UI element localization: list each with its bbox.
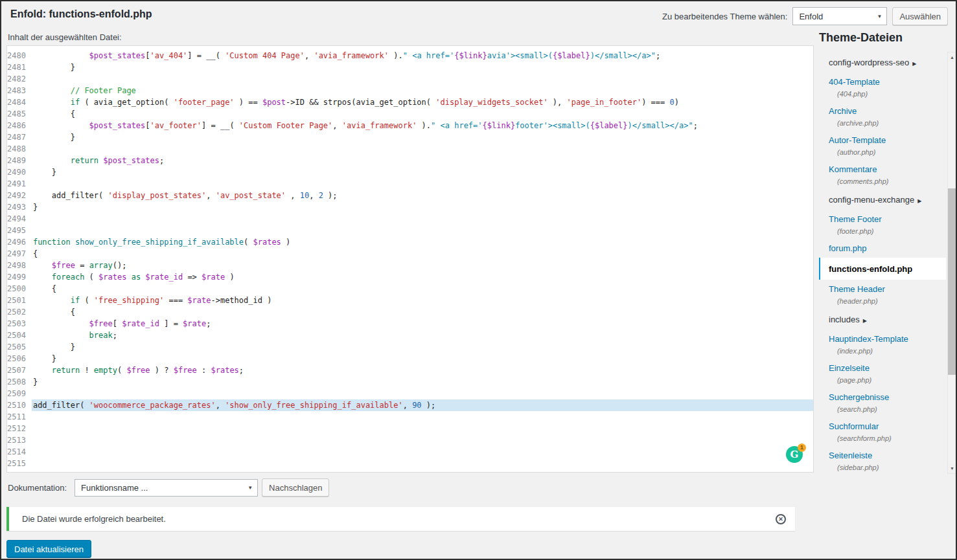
sidebar-item-theme-footer[interactable]: Theme Footer(footer.php) [819,210,946,239]
theme-files-sidebar: Theme-Dateien config-wordpress-seo▶404-T… [819,31,957,482]
sidebar-item-suchergebnisse[interactable]: Suchergebnisse(search.php) [819,388,946,417]
theme-file-label[interactable]: Hauptindex-Template [829,334,908,344]
code-line: 2515 [7,458,813,469]
line-number: 2495 [7,225,32,236]
theme-select-label: Zu bearbeitendes Theme wählen: [662,12,787,21]
theme-file-label[interactable]: config-menu-exchange [829,195,914,205]
code-line: 2501 if ( 'free_shipping' === $rate->met… [7,295,813,306]
line-number: 2489 [7,155,32,166]
sidebar-item-theme-header[interactable]: Theme Header(header.php) [819,280,946,309]
code-line: 2491 [7,178,813,190]
line-number: 2505 [7,341,32,353]
code-line: 2512 [7,423,813,434]
code-line: 2485 { [7,108,813,120]
code-line: 2495 [7,225,813,236]
line-number: 2487 [7,131,32,143]
code-line: 2496function show_only_free_shipping_if_… [7,236,813,248]
theme-file-label[interactable]: config-wordpress-seo [829,58,909,67]
theme-select-value: Enfold [799,12,823,21]
sidebar-item-includes[interactable]: includes▶ [819,309,946,330]
theme-file-filename: (404.php) [829,90,946,98]
line-number: 2490 [7,166,32,178]
sidebar-item-suchformular[interactable]: Suchformular(searchform.php) [819,417,946,446]
theme-file-label[interactable]: includes [829,315,860,324]
theme-file-label[interactable]: Autor-Template [829,135,886,145]
code-line: 2513 [7,434,813,446]
line-number: 2506 [7,353,32,364]
dismiss-notice-icon[interactable]: ✕ [776,514,786,524]
code-line: 2487 } [7,131,813,143]
code-line: 2492 add_filter( 'display_post_states', … [7,190,813,201]
theme-file-filename: (author.php) [829,148,946,156]
line-number: 2500 [7,283,32,295]
theme-file-label[interactable]: Theme Footer [829,214,882,224]
code-editor[interactable]: 2480 $post_states['av_404'] = __( 'Custo… [6,45,814,473]
theme-file-label[interactable]: 404-Template [829,77,880,87]
theme-file-filename: (archive.php) [829,119,946,127]
sidebar-item-single-portfolio-php[interactable]: single-portfolio.php [819,475,946,476]
code-line: 2514 [7,446,813,458]
notice-message: Die Datei wurde erfolgreich bearbeitet. [22,514,776,524]
code-line: 2506 } [7,353,813,364]
code-line: 2489 return $post_states; [7,155,813,166]
line-number: 2488 [7,143,32,155]
sidebar-item-seitenleiste[interactable]: Seitenleiste(sidebar.php) [819,446,946,475]
line-number: 2483 [7,85,32,96]
scrollbar-thumb[interactable] [948,188,956,375]
sidebar-scrollbar[interactable]: ▲ ▼ [947,52,957,474]
sidebar-item-config-wordpress-seo[interactable]: config-wordpress-seo▶ [819,52,946,73]
sidebar-item-404-template[interactable]: 404-Template(404.php) [819,73,946,102]
sidebar-item-functions-enfold-php[interactable]: functions-enfold.php [819,258,946,280]
line-number: 2507 [7,364,32,376]
theme-file-label[interactable]: forum.php [829,243,867,253]
code-line: 2507 return ! empty( $free ) ? $free : $… [7,364,813,376]
line-number: 2484 [7,96,32,108]
line-number: 2510 [7,399,32,411]
grammarly-icon[interactable]: G 1 [786,446,803,463]
lookup-button[interactable]: Nachschlagen [262,478,329,497]
line-number: 2514 [7,446,32,458]
code-line: 2488 [7,143,813,155]
line-number: 2485 [7,108,32,120]
sidebar-item-config-menu-exchange[interactable]: config-menu-exchange▶ [819,189,946,210]
chevron-down-icon: ▼ [248,485,253,491]
line-number: 2503 [7,318,32,330]
theme-file-label[interactable]: Theme Header [829,284,885,294]
theme-file-label[interactable]: Einzelseite [829,363,870,373]
theme-file-filename: (header.php) [829,297,946,305]
line-number: 2498 [7,260,32,271]
code-line: 2498 $free = array(); [7,260,813,271]
line-number: 2515 [7,458,32,469]
theme-file-filename: (sidebar.php) [829,464,946,471]
sidebar-item-archive[interactable]: Archive(archive.php) [819,102,946,131]
folder-arrow-icon: ▶ [863,318,867,324]
theme-file-label[interactable]: Suchergebnisse [829,392,889,402]
file-content-label: Inhalt der ausgewählten Datei: [8,32,122,42]
code-lines: 2480 $post_states['av_404'] = __( 'Custo… [7,46,813,469]
sidebar-item-forum-php[interactable]: forum.php [819,239,946,258]
line-number: 2509 [7,388,32,399]
theme-file-label[interactable]: functions-enfold.php [829,264,912,274]
theme-select[interactable]: Enfold ▼ [792,7,887,25]
line-number: 2480 [7,50,32,62]
sidebar-item-kommentare[interactable]: Kommentare(comments.php) [819,160,946,189]
theme-file-label[interactable]: Kommentare [829,164,877,174]
code-line: 2484 if ( avia_get_option( 'footer_page'… [7,96,813,108]
theme-file-label[interactable]: Archive [829,106,857,116]
sidebar-item-hauptindex-template[interactable]: Hauptindex-Template(index.php) [819,330,946,359]
code-line: 2482 [7,73,813,85]
theme-file-label[interactable]: Seitenleiste [829,451,872,460]
sidebar-item-einzelseite[interactable]: Einzelseite(page.php) [819,359,946,388]
line-number: 2513 [7,434,32,446]
theme-file-filename: (searchform.php) [829,434,946,442]
select-theme-button[interactable]: Auswählen [892,7,948,25]
scroll-up-icon[interactable]: ▲ [948,52,956,62]
line-number: 2511 [7,411,32,423]
update-file-button[interactable]: Datei aktualisieren [6,540,91,558]
line-number: 2481 [7,62,32,73]
theme-file-label[interactable]: Suchformular [829,421,879,431]
grammarly-badge: 1 [798,443,806,452]
scroll-down-icon[interactable]: ▼ [948,464,956,473]
documentation-select[interactable]: Funktionsname ... ▼ [75,479,258,497]
sidebar-item-autor-template[interactable]: Autor-Template(author.php) [819,131,946,160]
